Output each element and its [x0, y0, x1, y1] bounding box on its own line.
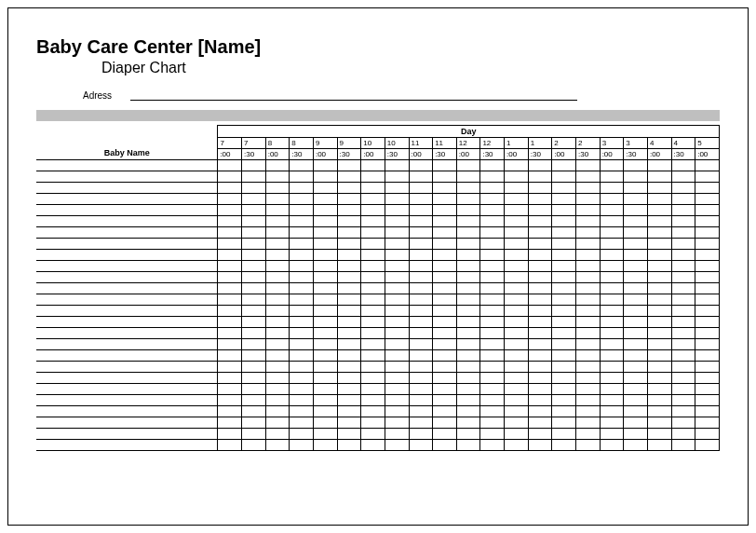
grid-cell [313, 373, 337, 384]
grid-cell [671, 294, 695, 306]
grid-cell [624, 317, 648, 328]
grid-cell [575, 194, 600, 205]
grid-cell [695, 171, 720, 183]
baby-name-cell [36, 250, 218, 261]
baby-name-cell [36, 283, 218, 294]
grid-cell [385, 328, 409, 339]
grid-cell [505, 429, 529, 440]
hour-header: 3 [600, 138, 624, 149]
grid-cell [575, 373, 600, 384]
grid-cell [624, 183, 648, 194]
grid-cell [218, 227, 242, 239]
grid-cell [409, 350, 433, 362]
minute-header: :00 [456, 149, 480, 160]
grid-cell [600, 317, 624, 328]
day-header: Day [218, 126, 720, 138]
table-row [36, 350, 720, 362]
table-row [36, 306, 720, 317]
grid-cell [695, 283, 720, 294]
grid-cell [528, 261, 552, 272]
grid-cell [480, 283, 505, 294]
grid-cell [456, 406, 480, 417]
grid-cell [290, 306, 314, 317]
grid-cell [552, 440, 576, 451]
grid-cell [528, 429, 552, 440]
minute-header: :00 [218, 149, 242, 160]
grid-cell [337, 239, 361, 250]
grid-cell [313, 171, 337, 183]
grid-cell [505, 216, 529, 227]
grid-cell [671, 317, 695, 328]
grid-cell [552, 239, 576, 250]
grid-cell [671, 384, 695, 395]
grid-cell [242, 395, 266, 406]
grid-cell [695, 373, 720, 384]
grid-cell [647, 429, 671, 440]
grid-cell [600, 328, 624, 339]
hour-header: 11 [433, 138, 457, 149]
grid-cell [265, 373, 290, 384]
table-row [36, 384, 720, 395]
grid-cell [242, 160, 266, 171]
grid-cell [337, 429, 361, 440]
grid-cell [505, 283, 529, 294]
grid-cell [409, 183, 433, 194]
grid-cell [671, 306, 695, 317]
grid-cell [290, 227, 314, 239]
grid-cell [624, 440, 648, 451]
grid-cell [313, 350, 337, 362]
grid-cell [361, 395, 385, 406]
grid-cell [647, 294, 671, 306]
grid-cell [600, 171, 624, 183]
grid-cell [409, 294, 433, 306]
grid-cell [671, 216, 695, 227]
grid-cell [337, 294, 361, 306]
baby-name-cell [36, 272, 218, 283]
grid-cell [313, 250, 337, 261]
grid-cell [647, 317, 671, 328]
baby-name-cell [36, 406, 218, 417]
table-row [36, 272, 720, 283]
grid-cell [695, 272, 720, 283]
grid-cell [480, 440, 505, 451]
grid-cell [624, 339, 648, 350]
grid-cell [313, 272, 337, 283]
grid-cell [456, 417, 480, 429]
grid-cell [218, 294, 242, 306]
grid-cell [313, 261, 337, 272]
grid-cell [361, 362, 385, 373]
minute-header: :30 [671, 149, 695, 160]
grid-cell [528, 160, 552, 171]
grid-cell [695, 317, 720, 328]
table-row [36, 205, 720, 216]
grid-cell [242, 261, 266, 272]
grid-cell [433, 239, 457, 250]
baby-name-cell [36, 183, 218, 194]
grid-cell [218, 362, 242, 373]
grid-cell [600, 239, 624, 250]
grid-cell [695, 362, 720, 373]
grid-cell [242, 440, 266, 451]
grid-cell [480, 227, 505, 239]
grid-cell [600, 306, 624, 317]
grid-cell [624, 227, 648, 239]
grid-cell [409, 283, 433, 294]
grid-cell [337, 194, 361, 205]
grid-cell [242, 194, 266, 205]
grid-cell [218, 250, 242, 261]
grid-cell [552, 350, 576, 362]
grid-cell [409, 261, 433, 272]
grid-cell [552, 306, 576, 317]
grid-cell [552, 171, 576, 183]
grid-cell [456, 216, 480, 227]
grid-cell [505, 160, 529, 171]
grid-cell [265, 395, 290, 406]
grid-cell [671, 205, 695, 216]
grid-cell [671, 250, 695, 261]
grid-cell [575, 384, 600, 395]
grid-cell [695, 384, 720, 395]
diaper-table: Baby NameDay778899101011111212112233445:… [36, 125, 720, 451]
grid-cell [265, 328, 290, 339]
minute-header: :00 [313, 149, 337, 160]
grid-cell [480, 160, 505, 171]
